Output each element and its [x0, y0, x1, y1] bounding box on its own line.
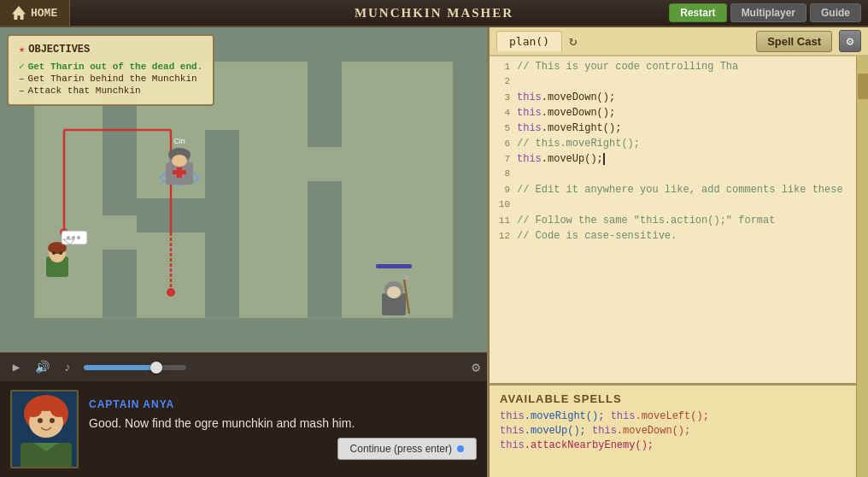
svg-point-17	[167, 288, 175, 297]
objective-item: ✓ Get Tharin out of the dead end.	[19, 61, 202, 72]
svg-point-34	[172, 155, 187, 167]
home-label: HOME	[31, 7, 57, 20]
home-icon	[12, 6, 26, 20]
svg-rect-41	[376, 264, 412, 268]
dash-icon: –	[19, 85, 25, 96]
dialog-content: CAPTAIN ANYA Good. Now find the ogre mun…	[89, 398, 477, 460]
volume-icon[interactable]: 🔊	[32, 358, 51, 377]
dialog-text: Good. Now find the ogre munchkin and mas…	[89, 415, 477, 433]
svg-rect-2	[453, 27, 487, 352]
code-line: 7 this.moveUp();	[490, 152, 868, 168]
svg-rect-7	[205, 130, 239, 318]
code-line: 5 this.moveRight();	[490, 121, 868, 137]
main-layout: OBJECTIVES ✓ Get Tharin out of the dead …	[0, 27, 868, 477]
multiplayer-button[interactable]: Multiplayer	[730, 3, 806, 22]
continue-dot-icon	[457, 445, 464, 452]
objectives-panel: OBJECTIVES ✓ Get Tharin out of the dead …	[7, 34, 214, 106]
editor-settings-icon[interactable]: ⚙	[839, 30, 861, 52]
svg-rect-6	[103, 250, 137, 318]
volume-knob[interactable]	[150, 362, 162, 374]
code-line: 1 // This is your code controlling Tha	[490, 60, 868, 75]
svg-point-21	[52, 251, 56, 255]
svg-point-25	[67, 236, 70, 239]
nav-buttons: Restart Multiplayer Guide	[669, 3, 868, 22]
svg-rect-3	[0, 318, 487, 352]
svg-point-45	[38, 418, 43, 423]
svg-point-49	[50, 403, 67, 417]
dialog-area: CAPTAIN ANYA Good. Now find the ogre mun…	[0, 381, 487, 477]
code-line: 2	[490, 75, 868, 91]
svg-rect-31	[173, 170, 186, 174]
spell-line: this.moveUp(); this.moveDown();	[500, 425, 858, 437]
home-button[interactable]: HOME	[0, 0, 70, 26]
play-icon[interactable]: ▶	[7, 358, 26, 377]
game-title: MUNCHKIN MASHER	[355, 6, 513, 21]
avatar-svg	[12, 390, 77, 468]
continue-button[interactable]: Continue (press enter)	[337, 438, 477, 460]
right-panel: plan() ↻ Spell Cast ⚙ 1 // This is your …	[487, 27, 868, 477]
code-editor[interactable]: 1 // This is your code controlling Tha 2…	[490, 56, 868, 383]
volume-slider[interactable]	[84, 365, 186, 370]
svg-rect-9	[308, 181, 342, 318]
restart-button[interactable]: Restart	[669, 3, 726, 22]
code-line: 10	[490, 198, 868, 214]
svg-point-46	[50, 418, 55, 423]
game-controls-bar: ▶ 🔊 ♪ ⚙	[0, 352, 487, 381]
game-canvas: OBJECTIVES ✓ Get Tharin out of the dead …	[0, 27, 487, 352]
code-line: 12 // Code is case-sensitive.	[490, 229, 868, 244]
code-line: 8	[490, 168, 868, 183]
cursor	[603, 153, 605, 165]
code-line: 6 // this.moveRight();	[490, 137, 868, 152]
music-icon[interactable]: ♪	[58, 358, 77, 377]
scrollbar[interactable]	[856, 56, 868, 477]
svg-point-22	[59, 251, 62, 255]
objective-item: – Attack that Munchkin	[19, 85, 202, 96]
svg-point-27	[77, 236, 80, 239]
tab-plan[interactable]: plan()	[496, 31, 562, 51]
svg-text:Cin: Cin	[173, 137, 185, 145]
code-line: 9 // Edit it anywhere you like, add comm…	[490, 183, 868, 198]
svg-point-38	[387, 286, 401, 298]
game-area: OBJECTIVES ✓ Get Tharin out of the dead …	[0, 27, 487, 352]
objective-item: – Get Tharin behind the Munchkin	[19, 74, 202, 84]
code-line: 3 this.moveDown();	[490, 91, 868, 106]
spell-line: this.moveRight(); this.moveLeft();	[500, 410, 858, 422]
check-icon: ✓	[19, 61, 25, 72]
spell-cast-button[interactable]: Spell Cast	[756, 31, 832, 52]
code-line: 11 // Follow the same "this.action();" f…	[490, 214, 868, 229]
speaker-name: CAPTAIN ANYA	[89, 398, 477, 410]
objectives-title: OBJECTIVES	[19, 43, 202, 56]
svg-point-26	[72, 236, 75, 239]
settings-icon[interactable]: ⚙	[472, 359, 480, 376]
scrollbar-thumb[interactable]	[858, 74, 868, 99]
spell-line: this.attackNearbyEnemy();	[500, 439, 858, 451]
refresh-icon[interactable]: ↻	[569, 32, 578, 50]
character-avatar	[10, 390, 79, 468]
svg-rect-8	[308, 62, 342, 147]
top-navigation: HOME MUNCHKIN MASHER Restart Multiplayer…	[0, 0, 868, 27]
code-line: 4 this.moveDown();	[490, 106, 868, 121]
editor-tabs: plan() ↻ Spell Cast ⚙	[490, 27, 868, 56]
spells-section: AVAILABLE SPELLS this.moveRight(); this.…	[490, 383, 868, 477]
guide-button[interactable]: Guide	[810, 3, 861, 22]
dash-icon: –	[19, 74, 25, 84]
left-panel: OBJECTIVES ✓ Get Tharin out of the dead …	[0, 27, 487, 477]
spells-title: AVAILABLE SPELLS	[500, 392, 858, 405]
